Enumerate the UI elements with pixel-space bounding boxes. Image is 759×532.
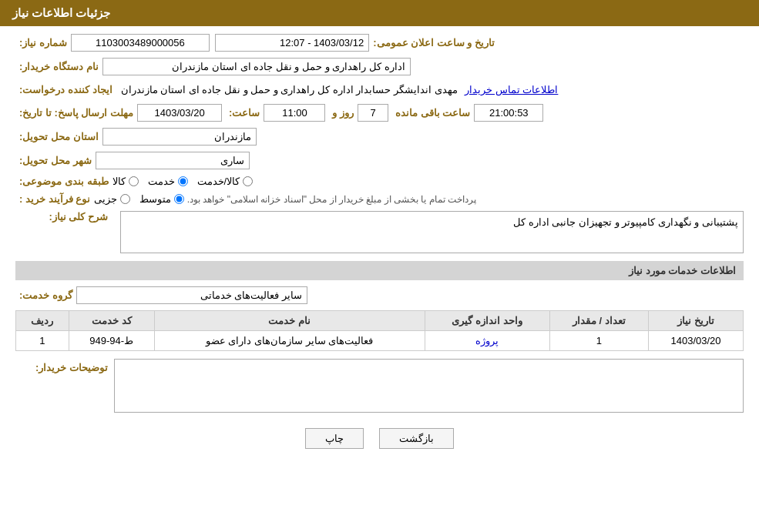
row-purchase-type: پرداخت تمام یا بخشی از مبلغ خریدار از مح… xyxy=(15,193,744,205)
buyer-notes-label: توضیحات خریدار: xyxy=(15,359,108,373)
row-province: مازندران استان محل تحویل: xyxy=(15,128,744,146)
announcement-date-value: 1403/03/12 - 12:07 xyxy=(215,34,369,52)
cell-date: 1403/03/20 xyxy=(649,331,744,351)
need-description-label: شرح کلی نیاز: xyxy=(15,211,108,223)
row-service-group: سایر فعالیت‌های خدماتی گروه خدمت: xyxy=(15,286,744,304)
announcement-date-label: تاریخ و ساعت اعلان عمومی: xyxy=(373,37,495,49)
remaining-label: ساعت باقی مانده xyxy=(395,107,470,119)
page-wrapper: جزئیات اطلاعات نیاز تاریخ و ساعت اعلان ع… xyxy=(0,0,759,532)
services-table-section: تاریخ نیاز تعداد / مقدار واحد اندازه گیر… xyxy=(15,310,744,351)
category-label: طبقه بندی موضوعی: xyxy=(19,176,109,187)
buyer-notes-box xyxy=(114,359,744,413)
content-area: تاریخ و ساعت اعلان عمومی: 1403/03/12 - 1… xyxy=(0,26,759,464)
buttons-row: بازگشت چاپ xyxy=(15,420,744,457)
purchase-type-mutavasset-label: متوسط xyxy=(139,193,171,205)
category-kala-khadamat-radio[interactable] xyxy=(243,176,253,186)
province-label: استان محل تحویل: xyxy=(19,131,99,142)
row-category: کالا/خدمت خدمت کالا طبقه بندی موضوعی: xyxy=(15,176,744,187)
purchase-type-mutavasset-radio[interactable] xyxy=(174,194,184,204)
category-kala-khadamat[interactable]: کالا/خدمت xyxy=(197,176,254,187)
need-description-value: پشتیبانی و نگهداری کامپیوتر و تجهیزان جا… xyxy=(513,216,738,228)
col-header-qty: تعداد / مقدار xyxy=(549,311,649,331)
row-response-deadline: 21:00:53 ساعت باقی مانده 7 روز و 11:00 س… xyxy=(15,104,744,122)
category-khadamat-label: خدمت xyxy=(148,176,175,187)
cell-row: 1 xyxy=(16,331,69,351)
services-table: تاریخ نیاز تعداد / مقدار واحد اندازه گیر… xyxy=(15,310,744,351)
buyer-notes-section: توضیحات خریدار: xyxy=(15,359,744,413)
col-header-unit: واحد اندازه گیری xyxy=(425,311,549,331)
creator-link[interactable]: اطلاعات تماس خریدار xyxy=(465,84,558,95)
page-title: جزئیات اطلاعات نیاز xyxy=(12,6,110,19)
row-city: ساری شهر محل تحویل: xyxy=(15,152,744,169)
creator-label: ایجاد کننده درخواست: xyxy=(19,84,113,95)
col-header-name: نام خدمت xyxy=(154,311,425,331)
response-time-label: ساعت: xyxy=(229,107,260,119)
page-header: جزئیات اطلاعات نیاز xyxy=(0,0,759,26)
response-days-value: 7 xyxy=(358,104,388,122)
services-title: اطلاعات خدمات مورد نیاز xyxy=(15,261,744,280)
cell-code: ط-94-949 xyxy=(69,331,154,351)
table-row: 1403/03/20 1 پروژه فعالیت‌های سایر سازما… xyxy=(16,331,744,351)
response-deadline-label: مهلت ارسال پاسخ: تا تاریخ: xyxy=(19,107,133,119)
category-radio-group: کالا/خدمت خدمت کالا xyxy=(113,176,254,187)
purchase-type-jozi-label: جزیی xyxy=(94,193,117,205)
need-number-label: شماره نیاز: xyxy=(19,37,67,49)
category-khadamat[interactable]: خدمت xyxy=(148,176,188,187)
city-value: ساری xyxy=(96,152,250,169)
col-header-code: کد خدمت xyxy=(69,311,154,331)
service-group-label: گروه خدمت: xyxy=(19,289,72,301)
buyer-org-value: اداره کل راهداری و حمل و نقل جاده ای است… xyxy=(102,58,411,75)
back-button[interactable]: بازگشت xyxy=(379,428,454,449)
row-buyer-org: اداره کل راهداری و حمل و نقل جاده ای است… xyxy=(15,58,744,75)
category-khadamat-radio[interactable] xyxy=(178,176,188,186)
row-need-number: تاریخ و ساعت اعلان عمومی: 1403/03/12 - 1… xyxy=(15,34,744,52)
purchase-type-label: نوع فرآیند خرید : xyxy=(19,193,90,205)
main-section: تاریخ و ساعت اعلان عمومی: 1403/03/12 - 1… xyxy=(15,34,744,457)
cell-name: فعالیت‌های سایر سازمان‌های دارای عضو xyxy=(154,331,425,351)
remaining-value: 21:00:53 xyxy=(474,104,543,122)
category-kala-radio[interactable] xyxy=(129,176,139,186)
category-kala-khadamat-label: کالا/خدمت xyxy=(197,176,240,187)
services-tbody: 1403/03/20 1 پروژه فعالیت‌های سایر سازما… xyxy=(16,331,744,351)
purchase-type-jozi[interactable]: جزیی xyxy=(94,193,130,205)
service-group-value: سایر فعالیت‌های خدماتی xyxy=(76,286,307,304)
buyer-org-label: نام دستگاه خریدار: xyxy=(19,61,99,72)
col-header-row: ردیف xyxy=(16,311,69,331)
need-description-section: پشتیبانی و نگهداری کامپیوتر و تجهیزان جا… xyxy=(15,211,744,253)
need-number-value: 1103003489000056 xyxy=(71,34,210,52)
print-button[interactable]: چاپ xyxy=(305,428,364,449)
purchase-type-note: پرداخت تمام یا بخشی از مبلغ خریدار از مح… xyxy=(187,194,476,205)
purchase-type-mutavasset[interactable]: متوسط xyxy=(139,193,184,205)
category-kala-label: کالا xyxy=(113,176,126,187)
creator-value: مهدی اندایشگر حسابدار اداره کل راهداری و… xyxy=(116,82,462,98)
category-kala[interactable]: کالا xyxy=(113,176,139,187)
purchase-type-radio-group: متوسط جزیی xyxy=(94,193,184,205)
row-creator: اطلاعات تماس خریدار مهدی اندایشگر حسابدا… xyxy=(15,82,744,98)
response-day-label: روز و xyxy=(332,107,354,119)
response-date-value: 1403/03/20 xyxy=(137,104,222,122)
province-value: مازندران xyxy=(102,128,257,146)
col-header-date: تاریخ نیاز xyxy=(649,311,744,331)
cell-unit: پروژه xyxy=(425,331,549,351)
purchase-type-jozi-radio[interactable] xyxy=(120,194,130,204)
response-time-value: 11:00 xyxy=(264,104,325,122)
table-header-row: تاریخ نیاز تعداد / مقدار واحد اندازه گیر… xyxy=(16,311,744,331)
need-description-box: پشتیبانی و نگهداری کامپیوتر و تجهیزان جا… xyxy=(120,211,744,253)
cell-qty: 1 xyxy=(549,331,649,351)
city-label: شهر محل تحویل: xyxy=(19,155,92,166)
